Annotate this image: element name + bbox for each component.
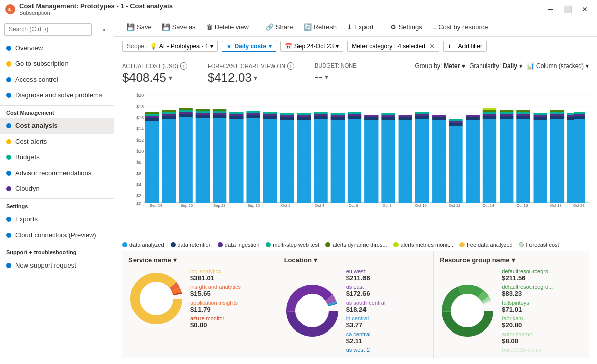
svg-rect-81: [331, 115, 345, 117]
sidebar-item-label: Overview: [15, 44, 43, 52]
svg-rect-107: [449, 126, 462, 203]
svg-rect-104: [432, 120, 446, 203]
sidebar-item-label: Go to subscription: [15, 60, 69, 68]
actual-cost-info-icon[interactable]: i: [180, 62, 187, 70]
svg-text:$0: $0: [136, 201, 141, 206]
svg-rect-45: [196, 109, 210, 111]
budgets-icon: [6, 155, 11, 160]
chart-type-chevron-icon: ▾: [586, 62, 589, 70]
sidebar-item-label: Cost alerts: [15, 138, 47, 145]
filter-bar: Scope : 💡 AI - Prototypes - 1 ▾ ★ Daily …: [114, 37, 597, 56]
refresh-button[interactable]: 🔄 Refresh: [300, 21, 341, 33]
close-button[interactable]: ✕: [578, 2, 592, 16]
chart-controls: Group by: Meter ▾ Granularity: Daily ▾ 📊…: [415, 62, 589, 70]
svg-rect-79: [331, 120, 345, 203]
minimize-button[interactable]: ─: [543, 2, 557, 16]
legend-fabrikam: fabrikam $20.80: [502, 315, 553, 329]
view-filter[interactable]: ★ Daily costs ▾: [222, 41, 276, 52]
share-button[interactable]: 🔗 Share: [261, 21, 297, 33]
forecast-chevron-icon[interactable]: ▾: [254, 74, 257, 82]
sidebar-item-advisor[interactable]: Advisor recommendations: [0, 165, 114, 181]
sidebar-item-new-support[interactable]: New support request: [0, 257, 114, 273]
svg-rect-110: [449, 119, 462, 121]
sidebar-item-diagnose[interactable]: Diagnose and solve problems: [0, 87, 114, 103]
svg-rect-74: [314, 119, 327, 203]
service-panel-header[interactable]: Service name ▾: [128, 256, 272, 264]
svg-rect-126: [500, 110, 513, 112]
meter-category-filter[interactable]: Meter category : 4 selected ✕: [347, 41, 439, 52]
svg-rect-73: [297, 113, 311, 115]
svg-rect-124: [500, 114, 513, 116]
svg-rect-106: [432, 115, 446, 117]
save-as-button[interactable]: 💾 Save as: [158, 21, 200, 33]
sidebar-item-cost-alerts[interactable]: Cost alerts: [0, 134, 114, 149]
svg-rect-31: [162, 116, 176, 119]
svg-rect-56: [246, 118, 260, 203]
svg-rect-147: [574, 119, 585, 203]
svg-rect-120: [483, 108, 496, 110]
legend-us-south-central: us south central $18.24: [346, 300, 386, 313]
export-button[interactable]: ⬇ Export: [343, 21, 378, 33]
svg-rect-76: [314, 114, 327, 116]
sidebar-item-cost-analysis[interactable]: Cost analysis: [0, 118, 114, 134]
svg-rect-113: [466, 117, 480, 120]
scope-chevron-icon: ▾: [210, 43, 213, 50]
cost-by-resource-button[interactable]: ≡ Cost by resource: [428, 21, 492, 33]
svg-text:$8: $8: [136, 160, 141, 165]
cloudyn-icon: [6, 186, 11, 191]
svg-rect-119: [483, 110, 496, 112]
search-input[interactable]: [4, 23, 92, 36]
svg-text:$: $: [8, 7, 11, 12]
sidebar-item-goto-subscription[interactable]: Go to subscription: [0, 56, 114, 72]
toolbar: 💾 Save 💾 Save as 🗑 Delete view 🔗 Share 🔄…: [114, 18, 597, 37]
legend-tailspintoys: tailspintoys $71.01: [502, 300, 553, 313]
settings-icon: ⚙: [390, 23, 396, 31]
date-value: Sep 24-Oct 23: [294, 43, 334, 50]
chart-type-control[interactable]: 📊 Column (stacked) ▾: [526, 62, 589, 70]
support-icon: [6, 263, 11, 268]
budget-chevron-icon[interactable]: ▾: [325, 73, 328, 81]
actual-cost-chevron-icon[interactable]: ▾: [169, 74, 172, 82]
svg-rect-37: [179, 112, 192, 114]
svg-rect-105: [432, 117, 446, 120]
delete-view-button[interactable]: 🗑 Delete view: [202, 21, 253, 33]
sidebar-collapse-button[interactable]: «: [96, 25, 112, 35]
svg-rect-58: [246, 113, 260, 115]
svg-rect-43: [196, 113, 210, 115]
share-icon: 🔗: [266, 23, 274, 31]
location-panel: Location ▾: [278, 251, 434, 358]
resource-group-panel-header[interactable]: Resource group name ▾: [440, 256, 583, 264]
save-button[interactable]: 💾 Save: [122, 21, 156, 33]
settings-button[interactable]: ⚙ Settings: [386, 21, 426, 33]
legend-defaultresource-2: defaultresourcegro... $83.23: [502, 284, 553, 297]
svg-rect-99: [415, 119, 429, 203]
svg-rect-25: [145, 118, 159, 121]
date-filter[interactable]: 📅 Sep 24-Oct 23 ▾: [280, 41, 343, 52]
location-panel-header[interactable]: Location ▾: [284, 256, 427, 264]
svg-text:Sep 24: Sep 24: [150, 203, 162, 208]
add-filter-button[interactable]: + + Add filter: [443, 41, 487, 52]
svg-rect-82: [331, 113, 345, 115]
actual-cost-metric: ACTUAL COST (USD) i $408.45 ▾: [122, 62, 187, 85]
sidebar-item-budgets[interactable]: Budgets: [0, 149, 114, 165]
svg-rect-93: [381, 115, 395, 117]
location-donut-row: eu west $211.66 us east $172.66 us south…: [284, 268, 427, 353]
svg-rect-137: [550, 119, 564, 203]
forecast-info-icon[interactable]: i: [287, 62, 294, 70]
sidebar-item-cloud-connectors[interactable]: Cloud connectors (Preview): [0, 227, 114, 243]
sidebar-item-access-control[interactable]: Access control: [0, 72, 114, 87]
svg-text:Sep 28: Sep 28: [213, 203, 226, 208]
group-by-control[interactable]: Group by: Meter ▾: [415, 62, 466, 70]
legend-build2016-demo: build2016-demo: [502, 347, 553, 353]
diagnose-icon: [6, 93, 11, 98]
resource-group-panel-title: Resource group name: [440, 256, 509, 264]
sidebar-item-cloudyn[interactable]: Cloudyn: [0, 181, 114, 196]
sidebar-item-label: Exports: [15, 215, 38, 223]
scope-filter[interactable]: Scope : 💡 AI - Prototypes - 1 ▾: [122, 41, 218, 52]
svg-text:Oct 18: Oct 18: [550, 203, 562, 208]
granularity-control[interactable]: Granularity: Daily ▾: [469, 62, 522, 70]
sidebar-item-overview[interactable]: Overview: [0, 40, 114, 56]
maximize-button[interactable]: ⬜: [560, 2, 575, 16]
meter-category-clear-icon[interactable]: ✕: [429, 43, 435, 50]
sidebar-item-exports[interactable]: Exports: [0, 211, 114, 227]
